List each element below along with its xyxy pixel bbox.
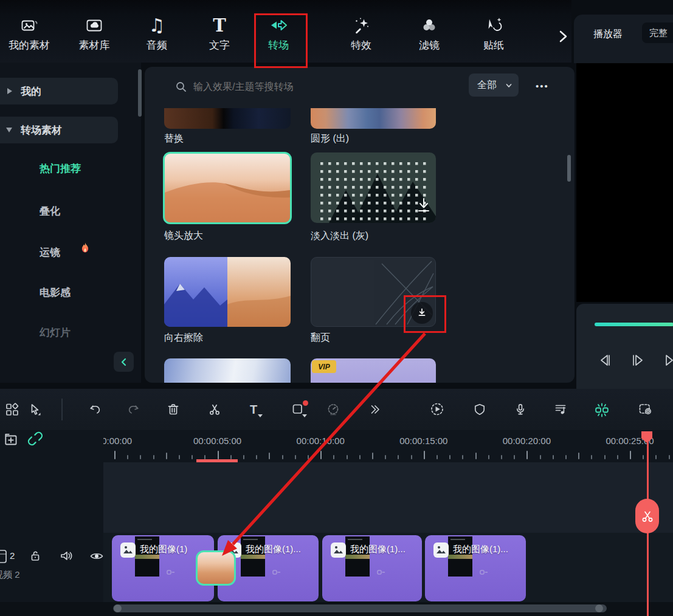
- transition-thumb-wipe-right[interactable]: [164, 257, 291, 327]
- snapshot-button[interactable]: [635, 397, 657, 422]
- crop-tool-button[interactable]: [287, 397, 309, 422]
- ruler-tick: [437, 455, 438, 459]
- sidebar-item-cinematic[interactable]: 电影感: [40, 286, 71, 299]
- timeline-ruler[interactable]: 00:00:0000:00:05:0000:00:10:0000:00:15:0…: [103, 431, 673, 461]
- ruler-tick: [462, 455, 463, 459]
- ruler-tick: [204, 455, 205, 459]
- mute-speaker-icon[interactable]: [58, 548, 74, 564]
- hide-eye-icon[interactable]: [89, 549, 105, 564]
- player-video-area[interactable]: [576, 63, 673, 302]
- player-controls-panel: [576, 304, 673, 389]
- speed-tool-button[interactable]: [322, 397, 344, 422]
- ruler-tick: [372, 453, 373, 459]
- ruler-tick: [630, 451, 631, 459]
- track-header: 2 视频 2: [0, 533, 103, 602]
- ruler-tick: [501, 455, 502, 459]
- sidebar-group-my[interactable]: 我的: [0, 78, 118, 104]
- ruler-tick: [320, 451, 322, 459]
- category-filter-dropdown[interactable]: 全部: [469, 74, 519, 97]
- cursor-tool-button[interactable]: [24, 397, 46, 422]
- delete-button[interactable]: [162, 397, 184, 422]
- group-label: 我的: [21, 84, 41, 98]
- search-input[interactable]: [192, 75, 438, 98]
- tab-stock-library[interactable]: 素材库: [67, 15, 122, 61]
- scrollbar-left-handle[interactable]: [114, 604, 122, 612]
- redo-button[interactable]: [123, 397, 145, 422]
- transition-name: 镜头放大: [164, 230, 203, 242]
- ruler-tick: [256, 455, 257, 459]
- ruler-tick: [449, 455, 450, 459]
- search-icon: [175, 81, 187, 93]
- ruler-tick: [591, 455, 592, 459]
- scrollbar-right-handle[interactable]: [595, 604, 603, 612]
- sidebar-group-transitions[interactable]: 转场素材: [0, 117, 118, 143]
- text-tool-button[interactable]: T: [243, 397, 264, 422]
- transition-thumb-replace[interactable]: [164, 108, 291, 129]
- ruler-tick: [565, 455, 567, 459]
- tab-my-media[interactable]: 我的素材: [2, 15, 57, 61]
- previous-frame-button[interactable]: [597, 352, 613, 368]
- audio-music-button[interactable]: [550, 397, 571, 422]
- tab-stickers[interactable]: 贴纸: [466, 15, 521, 61]
- download-button[interactable]: [411, 302, 433, 324]
- render-preview-button[interactable]: [426, 397, 448, 422]
- more-tools-button[interactable]: [364, 397, 385, 422]
- timeline-section: T: [0, 389, 673, 616]
- tab-filters[interactable]: 滤镜: [402, 15, 457, 61]
- tab-transitions[interactable]: 转场: [251, 15, 306, 61]
- tab-label: 音频: [147, 38, 167, 52]
- more-options-button[interactable]: •••: [529, 75, 556, 97]
- player-mode-pill[interactable]: 完整: [642, 22, 673, 43]
- sidebar-scrollbar[interactable]: [138, 69, 142, 117]
- marker-button[interactable]: [469, 397, 491, 422]
- transition-thumb-page-turn[interactable]: [311, 257, 436, 327]
- top-tab-bar: 我的素材 素材库 ♫ 音频 T 文字: [0, 0, 571, 63]
- player-mode-label: 完整: [649, 27, 668, 39]
- transition-thumb-partial[interactable]: [164, 358, 291, 383]
- lock-icon[interactable]: [28, 549, 43, 563]
- timeline-clip[interactable]: 我的图像(1)...: [425, 535, 526, 601]
- tab-audio[interactable]: ♫ 音频: [129, 15, 184, 61]
- cut-button[interactable]: [204, 397, 226, 422]
- transition-thumb-zoom-in[interactable]: [163, 152, 292, 224]
- sidebar-item-hot[interactable]: 热门推荐: [40, 162, 81, 176]
- layout-grid-button[interactable]: [1, 397, 23, 422]
- play-button[interactable]: [630, 352, 646, 368]
- panel-scrollbar[interactable]: [567, 155, 571, 182]
- applied-transition-overlay[interactable]: [196, 550, 236, 586]
- tab-text[interactable]: T 文字: [192, 15, 247, 61]
- auto-ripple-link-button[interactable]: [26, 429, 45, 448]
- ruler-tick: [114, 451, 116, 459]
- timeline-scrollbar[interactable]: [113, 604, 607, 612]
- next-frame-button[interactable]: [663, 352, 673, 368]
- dropdown-triangle-icon: [258, 414, 263, 417]
- ruler-tick: [153, 455, 154, 459]
- player-panel-title[interactable]: 播放器: [593, 28, 623, 41]
- undo-button[interactable]: [84, 397, 106, 422]
- clip-thumbnail: [241, 536, 265, 577]
- chevron-down-icon: [505, 81, 513, 90]
- more-tabs-chevron[interactable]: [556, 28, 570, 45]
- ruler-tick: [179, 455, 180, 459]
- empty-track-band[interactable]: [103, 462, 673, 533]
- ruler-tick: [617, 455, 618, 459]
- add-to-track-button[interactable]: [3, 431, 20, 448]
- tab-effects[interactable]: 特效: [334, 15, 388, 61]
- sidebar-item-slideshow[interactable]: 幻灯片: [40, 326, 71, 340]
- transition-thumb-vip-partial[interactable]: VIP: [311, 358, 436, 383]
- filter-label: 全部: [477, 79, 497, 92]
- transition-thumb-fade-gray[interactable]: [311, 152, 436, 223]
- ruler-timestamp: 00:00:05:00: [193, 436, 241, 446]
- sidebar-item-dissolve[interactable]: 叠化: [40, 204, 60, 218]
- timeline-clip[interactable]: 我的图像(1)...: [322, 535, 422, 601]
- stickers-icon: [484, 15, 503, 35]
- sidebar-item-camera-move[interactable]: 运镜: [40, 245, 60, 259]
- split-clip-button[interactable]: [591, 397, 613, 422]
- player-progress-bar[interactable]: [595, 323, 673, 326]
- tab-label: 贴纸: [483, 38, 504, 52]
- ruler-tick: [269, 453, 270, 459]
- transition-thumb-circle-out[interactable]: [311, 108, 436, 129]
- playhead-scissors-button[interactable]: [635, 499, 659, 533]
- voiceover-mic-button[interactable]: [509, 397, 531, 422]
- collapse-sidebar-button[interactable]: [114, 352, 134, 372]
